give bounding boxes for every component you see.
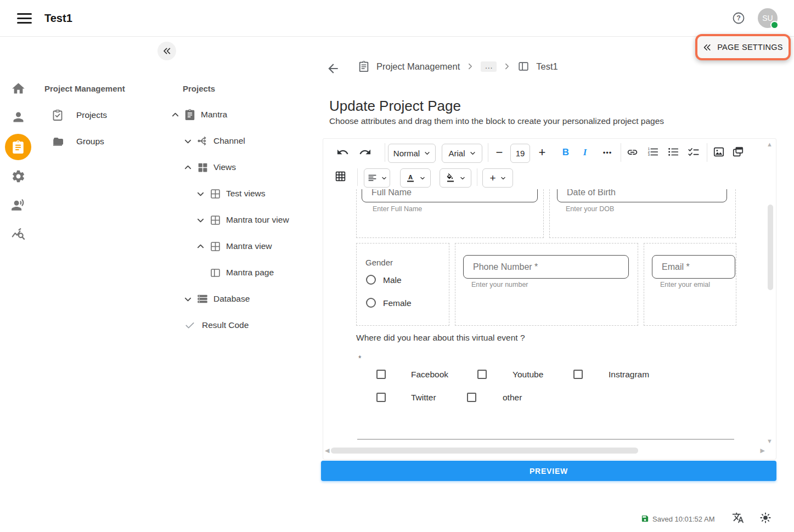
tree-item-mantra-view[interactable]: Mantra view	[167, 233, 304, 259]
more-formatting-button[interactable]: •••	[599, 145, 616, 160]
active-highlight	[5, 134, 31, 160]
breadcrumb-root[interactable]: Project Management	[376, 61, 460, 72]
paragraph-style-dropdown[interactable]: Normal	[388, 144, 436, 163]
tree-item-views[interactable]: Views	[167, 154, 304, 180]
full-name-helper: Enter Full Name	[373, 205, 422, 213]
clipboard-icon	[11, 140, 25, 154]
ordered-list-button[interactable]: 123	[647, 146, 659, 158]
plus-icon: +	[489, 173, 495, 183]
chevron-down-icon	[460, 176, 465, 181]
record-voice-icon[interactable]	[0, 197, 36, 212]
scroll-right-arrow[interactable]: ▶	[761, 448, 765, 454]
checkbox-twitter[interactable]	[376, 393, 386, 402]
chevron-up-icon[interactable]	[196, 242, 205, 251]
chevron-down-icon[interactable]	[184, 295, 192, 303]
projects-rail-item-active[interactable]	[0, 134, 36, 160]
scroll-down-arrow[interactable]: ▼	[767, 438, 773, 444]
horizontal-scrollbar-thumb[interactable]	[331, 448, 638, 454]
font-family-value: Arial	[448, 149, 465, 158]
insert-more-dropdown[interactable]: +	[482, 168, 513, 188]
font-family-dropdown[interactable]: Arial	[442, 144, 482, 163]
translate-icon[interactable]	[732, 512, 744, 524]
dob-input[interactable]: Date of Birth	[557, 189, 727, 202]
brightness-icon[interactable]	[759, 512, 772, 524]
paint-bucket-icon	[446, 173, 455, 183]
profile-icon[interactable]	[0, 110, 36, 124]
help-icon[interactable]: ?	[732, 12, 745, 25]
bullet-list-button[interactable]	[667, 146, 679, 158]
required-asterisk: *	[358, 354, 361, 363]
phone-input[interactable]: Phone Number *	[463, 255, 629, 279]
chevron-down-icon	[500, 176, 506, 181]
checkbox-instragram[interactable]	[573, 370, 583, 379]
home-icon[interactable]	[0, 81, 36, 96]
redo-button[interactable]	[359, 146, 371, 159]
font-size-input[interactable]: 19	[510, 144, 530, 163]
checklist-button[interactable]	[688, 146, 700, 158]
breadcrumb-ellipsis[interactable]: …	[481, 61, 497, 72]
chevron-down-icon[interactable]	[184, 137, 192, 145]
breadcrumb: Project Management … Test1	[358, 60, 558, 72]
chevron-up-icon[interactable]	[171, 111, 179, 119]
tree-item-label: Channel	[213, 136, 245, 146]
sidebar-item-label: Projects	[76, 110, 107, 120]
radio-female[interactable]	[366, 298, 376, 308]
tree-item-mantra[interactable]: Mantra	[167, 101, 304, 128]
preview-button[interactable]: PREVIEW	[321, 461, 776, 481]
align-left-icon	[368, 173, 377, 183]
tree-item-test-views[interactable]: Test views	[167, 180, 304, 207]
insert-link-button[interactable]	[627, 146, 638, 158]
analytics-icon[interactable]	[0, 227, 36, 242]
breadcrumb-current: Test1	[536, 61, 558, 72]
tree-item-channel[interactable]: Channel	[167, 128, 304, 154]
collapse-panel-button[interactable]	[157, 42, 176, 60]
form-canvas[interactable]: Full Name Enter Full Name Date of Birth …	[323, 189, 765, 443]
font-size-decrease-button[interactable]: −	[493, 145, 505, 160]
phone-placeholder: Phone Number *	[473, 262, 538, 272]
text-align-dropdown[interactable]	[364, 168, 390, 188]
bold-button[interactable]: B	[560, 145, 571, 160]
insert-embed-button[interactable]	[732, 146, 744, 158]
avatar-initials: SU	[762, 14, 773, 22]
sidebar-item-projects[interactable]: Projects	[36, 102, 167, 128]
checkbox-other[interactable]	[467, 393, 476, 402]
sidebar-item-groups[interactable]: Groups	[36, 128, 167, 155]
radio-male[interactable]	[366, 275, 376, 285]
database-icon	[196, 293, 209, 305]
chevron-down-icon	[381, 176, 387, 181]
insert-table-button[interactable]	[335, 171, 346, 182]
insert-image-button[interactable]	[713, 146, 725, 158]
text-color-dropdown[interactable]: A	[400, 168, 431, 188]
font-size-increase-button[interactable]: +	[536, 145, 548, 160]
chevron-down-icon[interactable]	[196, 216, 205, 224]
sidebar-item-label: Groups	[76, 137, 104, 146]
tree-item-result-code[interactable]: Result Code	[167, 312, 304, 338]
chevron-down-icon[interactable]	[196, 190, 205, 198]
settings-gear-icon[interactable]	[0, 169, 36, 184]
page-settings-button[interactable]: PAGE SETTINGS	[695, 34, 791, 60]
tree-item-database[interactable]: Database	[167, 286, 304, 312]
tree-item-mantra-tour-view[interactable]: Mantra tour view	[167, 207, 304, 233]
scroll-left-arrow[interactable]: ◀	[325, 448, 329, 454]
chevron-right-icon	[466, 63, 474, 70]
divider-line	[357, 439, 734, 440]
checkbox-youtube[interactable]	[477, 370, 487, 379]
undo-button[interactable]	[336, 146, 349, 159]
vertical-scrollbar-thumb[interactable]	[768, 205, 773, 290]
chevron-up-icon[interactable]	[184, 163, 192, 172]
tree-item-mantra-page[interactable]: Mantra page	[167, 259, 304, 286]
fill-color-dropdown[interactable]	[440, 168, 471, 188]
italic-button[interactable]: I	[581, 145, 589, 160]
svg-text:3: 3	[648, 153, 650, 156]
tree-heading: Projects	[183, 84, 215, 93]
email-input[interactable]: Email *	[652, 255, 735, 279]
full-name-input[interactable]: Full Name	[362, 189, 538, 202]
scroll-up-arrow[interactable]: ▲	[767, 142, 773, 148]
checkbox-facebook[interactable]	[376, 370, 386, 379]
check-icon	[184, 320, 196, 331]
back-arrow-icon[interactable]	[326, 61, 340, 76]
chevron-down-icon	[470, 150, 476, 156]
tree-item-label: Mantra	[201, 110, 227, 120]
hamburger-menu-icon[interactable]	[17, 13, 32, 24]
avatar[interactable]: SU	[758, 8, 778, 28]
